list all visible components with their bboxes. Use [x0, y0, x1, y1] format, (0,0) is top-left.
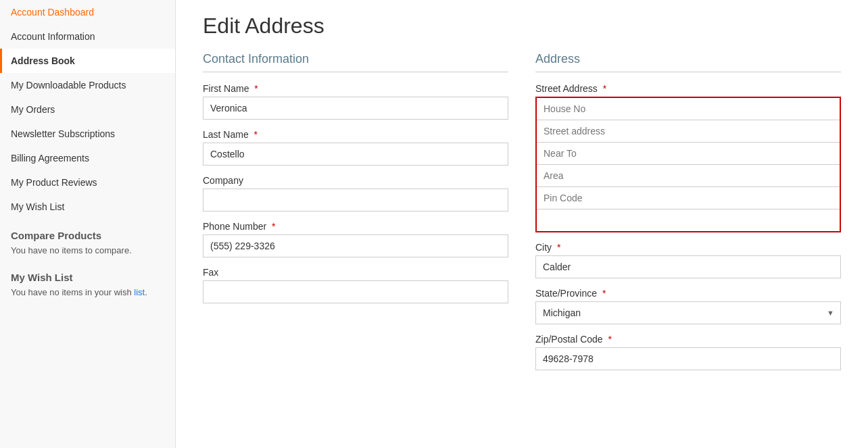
- wish-list-link[interactable]: list: [134, 287, 145, 297]
- page-title: Edit Address: [203, 14, 841, 39]
- fax-group: Fax: [203, 267, 508, 303]
- last-name-input[interactable]: [203, 143, 508, 166]
- street-address-inputs: [535, 97, 841, 232]
- fax-label: Fax: [203, 267, 508, 278]
- first-name-group: First Name *: [203, 83, 508, 120]
- sidebar-item-my-product-reviews: My Product Reviews: [0, 170, 175, 195]
- wish-list-sidebar-section: My Wish List You have no items in your w…: [0, 261, 175, 303]
- sidebar-link-account-information[interactable]: Account Information: [0, 24, 175, 49]
- company-input[interactable]: [203, 189, 508, 211]
- sidebar-link-address-book[interactable]: Address Book: [2, 49, 175, 73]
- street-line6-input[interactable]: [537, 209, 840, 231]
- contact-section-title: Contact Information: [203, 52, 508, 72]
- sidebar-item-my-downloadable-products: My Downloadable Products: [0, 73, 175, 97]
- zip-group: Zip/Postal Code *: [535, 334, 841, 370]
- sidebar-link-my-orders[interactable]: My Orders: [0, 97, 175, 122]
- street-line5-input[interactable]: [537, 187, 840, 209]
- company-label: Company: [203, 175, 508, 186]
- phone-group: Phone Number *: [203, 221, 508, 257]
- wish-list-sidebar-title: My Wish List: [11, 272, 164, 283]
- street-line3-input[interactable]: [537, 143, 840, 165]
- wish-list-text-before: You have no items in your wish: [11, 287, 134, 297]
- sidebar: Account DashboardAccount InformationAddr…: [0, 0, 176, 448]
- first-name-input[interactable]: [203, 97, 508, 120]
- address-section-title: Address: [535, 52, 841, 72]
- sidebar-link-billing-agreements[interactable]: Billing Agreements: [0, 146, 175, 170]
- state-group: State/Province * MichiganAlabamaAlaskaAr…: [535, 288, 841, 324]
- form-sections: Contact Information First Name * Last Na…: [203, 52, 841, 380]
- main-content: Edit Address Contact Information First N…: [176, 0, 868, 448]
- sidebar-item-account-dashboard: Account Dashboard: [0, 0, 175, 24]
- phone-label: Phone Number *: [203, 221, 508, 232]
- city-input[interactable]: [535, 255, 841, 278]
- street-address-label: Street Address *: [535, 83, 841, 94]
- sidebar-link-my-product-reviews[interactable]: My Product Reviews: [0, 170, 175, 195]
- sidebar-item-account-information: Account Information: [0, 24, 175, 49]
- sidebar-link-newsletter-subscriptions[interactable]: Newsletter Subscriptions: [0, 122, 175, 146]
- sidebar-item-my-wish-list: My Wish List: [0, 195, 175, 219]
- wish-list-text: You have no items in your wish list.: [11, 287, 164, 297]
- sidebar-item-newsletter-subscriptions: Newsletter Subscriptions: [0, 122, 175, 146]
- street-line1-input[interactable]: [537, 98, 840, 120]
- company-group: Company: [203, 175, 508, 211]
- last-name-label: Last Name *: [203, 129, 508, 140]
- sidebar-item-my-orders: My Orders: [0, 97, 175, 122]
- fax-input[interactable]: [203, 280, 508, 303]
- first-name-label: First Name *: [203, 83, 508, 94]
- last-name-group: Last Name *: [203, 129, 508, 166]
- compare-products-text: You have no items to compare.: [11, 245, 164, 255]
- city-group: City *: [535, 242, 841, 278]
- sidebar-link-my-wish-list[interactable]: My Wish List: [0, 195, 175, 219]
- zip-label: Zip/Postal Code *: [535, 334, 841, 345]
- sidebar-nav: Account DashboardAccount InformationAddr…: [0, 0, 175, 219]
- street-address-group: Street Address *: [535, 83, 841, 232]
- address-section: Address Street Address *: [535, 52, 841, 380]
- state-select-wrapper: MichiganAlabamaAlaskaArizonaCaliforniaCo…: [535, 301, 841, 324]
- contact-section: Contact Information First Name * Last Na…: [203, 52, 508, 380]
- state-label: State/Province *: [535, 288, 841, 299]
- city-label: City *: [535, 242, 841, 253]
- state-select[interactable]: MichiganAlabamaAlaskaArizonaCaliforniaCo…: [535, 301, 841, 324]
- sidebar-link-my-downloadable-products[interactable]: My Downloadable Products: [0, 73, 175, 97]
- wish-list-text-after: .: [145, 287, 147, 297]
- sidebar-item-address-book: Address Book: [0, 49, 175, 73]
- street-line4-input[interactable]: [537, 165, 840, 187]
- compare-products-section: Compare Products You have no items to co…: [0, 219, 175, 261]
- sidebar-link-account-dashboard[interactable]: Account Dashboard: [0, 0, 175, 24]
- phone-input[interactable]: [203, 234, 508, 257]
- street-line2-input[interactable]: [537, 120, 840, 143]
- compare-products-title: Compare Products: [11, 230, 164, 241]
- sidebar-item-billing-agreements: Billing Agreements: [0, 146, 175, 170]
- zip-input[interactable]: [535, 347, 841, 370]
